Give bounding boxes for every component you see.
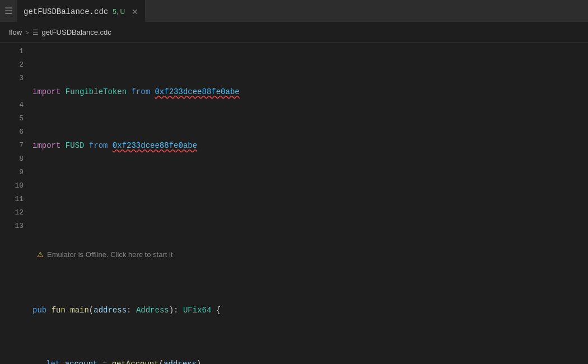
line-num-4 (4, 85, 24, 99)
line-num-4b: 4 (4, 99, 24, 112)
tab-filename: getFUSDBalance.cdc (24, 7, 108, 16)
line-num-7: 7 (4, 139, 24, 152)
tab-close-button[interactable]: ✕ (132, 7, 138, 16)
line-num-13: 13 (4, 220, 24, 233)
line-numbers: 1 2 3 4 5 6 7 8 9 10 11 12 13 (0, 43, 28, 364)
code-line-2: import FUSD from 0xf233dcee88fe0abe (32, 139, 588, 152)
line-num-6: 6 (4, 125, 24, 139)
line-num-3: 3 (4, 72, 24, 85)
type-fusd: FUSD (66, 139, 85, 152)
code-line-5: let account = getAccount(address) (32, 357, 588, 364)
code-line-3 (32, 193, 588, 206)
address-literal-2: 0xf233dcee88fe0abe (113, 139, 197, 152)
warning-text[interactable]: Emulator is Offline. Click here to start… (47, 248, 172, 262)
open-brace-1: { (216, 304, 221, 317)
keyword-import-2: import (32, 139, 60, 152)
tab-meta: 5, U (113, 8, 125, 16)
keyword-import-1: import (32, 85, 60, 99)
breadcrumb-folder[interactable]: flow (9, 28, 22, 36)
breadcrumb: flow > ☰ getFUSDBalance.cdc (0, 22, 588, 43)
line-num-1: 1 (4, 45, 24, 58)
type-address: Address (136, 304, 169, 317)
warning-message[interactable]: ⚠ Emulator is Offline. Click here to sta… (32, 246, 588, 263)
fn-name-main: main (70, 304, 89, 317)
code-line-1: import FungibleToken from 0xf233dcee88fe… (32, 85, 588, 99)
keyword-let-1: let (46, 357, 60, 364)
type-fungible-token: FungibleToken (66, 85, 127, 99)
hamburger-menu-icon[interactable]: ☰ (4, 6, 12, 17)
code-content: import FungibleToken from 0xf233dcee88fe… (28, 43, 588, 364)
param-address: address (94, 304, 127, 317)
active-tab[interactable]: getFUSDBalance.cdc 5, U ✕ (17, 0, 145, 22)
breadcrumb-file[interactable]: getFUSDBalance.cdc (42, 28, 111, 36)
file-list-icon: ☰ (32, 29, 39, 36)
fn-get-account: getAccount (112, 357, 159, 364)
keyword-pub: pub (32, 304, 46, 317)
line-num-9: 9 (4, 166, 24, 179)
type-ufix64: UFix64 (183, 304, 211, 317)
code-line-4: pub fun main(address: Address): UFix64 { (32, 304, 588, 317)
keyword-from-1: from (131, 85, 150, 99)
code-editor[interactable]: 1 2 3 4 5 6 7 8 9 10 11 12 13 import Fun… (0, 43, 588, 364)
tab-bar: ☰ getFUSDBalance.cdc 5, U ✕ (0, 0, 588, 22)
line-num-8: 8 (4, 152, 24, 166)
line-num-11: 11 (4, 193, 24, 206)
line-num-5: 5 (4, 112, 24, 125)
warning-icon: ⚠ (37, 248, 44, 262)
address-literal-1: 0xf233dcee88fe0abe (155, 85, 239, 99)
keyword-fun: fun (52, 304, 66, 317)
line-num-12: 12 (4, 206, 24, 220)
keyword-from-2: from (89, 139, 108, 152)
var-account: account (65, 357, 98, 364)
line-num-10: 10 (4, 179, 24, 193)
breadcrumb-separator-1: > (25, 29, 29, 36)
line-num-2: 2 (4, 58, 24, 72)
arg-address-1: address (164, 357, 197, 364)
